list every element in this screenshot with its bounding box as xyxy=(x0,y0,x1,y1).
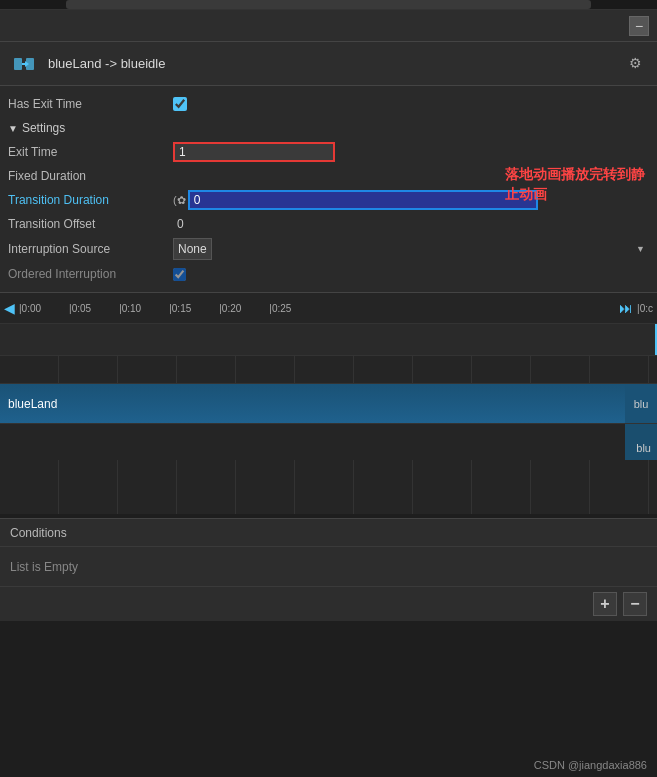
settings-label: Settings xyxy=(22,121,65,135)
timeline-end-mark: |0:c xyxy=(637,303,653,314)
scrollbar-area[interactable] xyxy=(0,0,657,10)
timeline-mark-5: |0:25 xyxy=(269,303,291,314)
timeline-mark-4: |0:20 xyxy=(219,303,241,314)
transition-icon xyxy=(10,50,38,78)
add-condition-button[interactable]: + xyxy=(593,592,617,616)
svg-rect-0 xyxy=(14,58,22,70)
transition-duration-row: Transition Duration (✿ xyxy=(0,188,657,212)
timeline-mark-3: |0:15 xyxy=(169,303,191,314)
transition-offset-input[interactable] xyxy=(173,214,331,234)
conditions-footer: + − xyxy=(0,587,657,621)
interruption-source-select[interactable]: None xyxy=(173,238,212,260)
transition-header: blueLand -> blueidle ⚙ xyxy=(0,42,657,86)
watermark: CSDN @jiangdaxia886 xyxy=(534,759,647,771)
timeline-header: ◀ |0:00 |0:05 |0:10 |0:15 |0:20 |0:25 ⏭ … xyxy=(0,292,657,324)
timeline-bottom-side-block: blu xyxy=(625,424,657,460)
interruption-source-row: Interruption Source None xyxy=(0,236,657,262)
conditions-body: List is Empty xyxy=(0,547,657,587)
scrollbar-thumb[interactable] xyxy=(66,0,592,9)
timeline-marks: |0:00 |0:05 |0:10 |0:15 |0:20 |0:25 xyxy=(19,303,615,314)
timeline-blue-side-block: blu xyxy=(625,384,657,423)
conditions-empty-label: List is Empty xyxy=(10,560,78,574)
conditions-header: Conditions xyxy=(0,519,657,547)
timeline-bottom-side-label: blu xyxy=(636,442,651,454)
settings-panel: Has Exit Time ▼ Settings Exit Time Fixed… xyxy=(0,86,657,292)
fixed-duration-row: Fixed Duration xyxy=(0,164,657,188)
timeline-row-bottom: blu xyxy=(0,424,657,460)
timeline-body: blueLand blu blu xyxy=(0,324,657,514)
conditions-title: Conditions xyxy=(10,526,67,540)
settings-gear-icon[interactable]: ⚙ xyxy=(629,55,647,73)
exit-time-row: Exit Time xyxy=(0,140,657,164)
top-bar: − xyxy=(0,10,657,42)
settings-section-header: ▼ Settings xyxy=(0,116,657,140)
has-exit-time-label: Has Exit Time xyxy=(8,97,173,111)
transition-duration-input-wrapper: (✿ xyxy=(173,190,538,210)
has-exit-time-row: Has Exit Time xyxy=(0,92,657,116)
collapse-button[interactable]: − xyxy=(629,16,649,36)
conditions-section: Conditions List is Empty + − xyxy=(0,518,657,621)
timeline-play-icon[interactable]: ◀ xyxy=(4,300,15,316)
interruption-source-dropdown-wrapper: None xyxy=(173,238,649,260)
timeline-end-icon[interactable]: ⏭ xyxy=(619,300,633,316)
interruption-source-label: Interruption Source xyxy=(8,242,173,256)
fixed-duration-label: Fixed Duration xyxy=(8,169,173,183)
remove-condition-button[interactable]: − xyxy=(623,592,647,616)
timeline-row-top xyxy=(0,324,657,356)
timeline-mark-2: |0:10 xyxy=(119,303,141,314)
timeline-mark-0: |0:00 xyxy=(19,303,41,314)
has-exit-time-checkbox[interactable] xyxy=(173,97,187,111)
transition-duration-label: Transition Duration xyxy=(8,193,173,207)
timeline-blue-side-label: blu xyxy=(634,398,649,410)
exit-time-label: Exit Time xyxy=(8,145,173,159)
exit-time-input[interactable] xyxy=(173,142,335,162)
timeline-mark-1: |0:05 xyxy=(69,303,91,314)
transition-offset-row: Transition Offset xyxy=(0,212,657,236)
ordered-interruption-label: Ordered Interruption xyxy=(8,267,173,281)
timeline-row-blue[interactable]: blueLand blu xyxy=(0,384,657,424)
ordered-interruption-row: Ordered Interruption xyxy=(0,262,657,286)
triangle-icon: ▼ xyxy=(8,123,18,134)
transition-title: blueLand -> blueidle xyxy=(48,56,629,71)
transition-duration-input[interactable] xyxy=(188,190,538,210)
transition-duration-connector: (✿ xyxy=(173,194,186,207)
timeline-blue-label: blueLand xyxy=(8,397,57,411)
ordered-interruption-checkbox[interactable] xyxy=(173,268,186,281)
transition-offset-label: Transition Offset xyxy=(8,217,173,231)
